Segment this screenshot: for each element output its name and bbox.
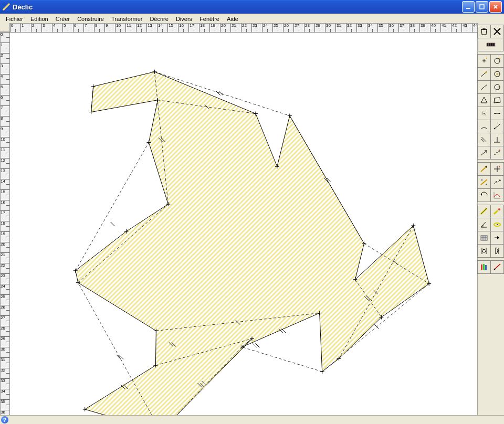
svg-point-114 [499,150,500,151]
reflect-icon[interactable] [477,175,491,189]
svg-point-116 [481,179,482,181]
help-icon[interactable]: ? [1,416,8,423]
svg-point-111 [495,113,496,114]
dash-mark-icon[interactable] [490,146,504,160]
statusbar: ? [0,415,504,424]
window-buttons [462,0,502,14]
svg-point-112 [499,113,500,114]
ruler-horizontal: 0123456789101112131415161718192021222324… [9,23,478,33]
arrow-construct-icon[interactable] [490,231,504,245]
svg-rect-121 [481,236,487,240]
circle-icon[interactable] [490,80,504,94]
app-icon [2,3,10,11]
ruler-vertical: 0123456789101112131415161718192021222324… [0,31,10,416]
titlebar: Déclic [0,0,504,14]
svg-point-108 [495,84,500,90]
midpoint-icon[interactable] [477,107,491,120]
svg-point-110 [484,113,485,114]
svg-point-125 [494,269,496,270]
menu-aide[interactable]: Aide [223,15,242,23]
workarea: 0123456789101112131415161718192021222324… [0,23,478,416]
tool-palette [477,23,504,416]
minimize-button[interactable] [462,1,475,13]
books-icon[interactable] [477,260,491,274]
svg-line-11 [242,347,322,372]
circle-dot-icon[interactable] [490,67,504,81]
graph-curve-icon[interactable] [490,188,504,202]
point-icon[interactable] [477,54,491,68]
curve-brackets-icon[interactable] [477,244,491,258]
brace-icon[interactable] [490,244,504,258]
rotate-axis-icon[interactable] [490,162,504,176]
svg-line-35 [111,222,115,226]
delete-x-icon[interactable] [490,25,504,38]
highlight-red-icon[interactable] [490,205,504,218]
polygon-icon[interactable] [490,93,504,107]
parallel-icon[interactable] [477,133,491,146]
circle-point-icon[interactable] [490,54,504,68]
arc-icon[interactable] [477,120,491,133]
drawing-canvas[interactable] [9,32,478,416]
svg-point-113 [494,128,496,130]
svg-rect-122 [481,264,482,270]
menu-creer[interactable]: Créer [52,15,74,23]
close-button[interactable] [489,1,502,13]
triangle-icon[interactable] [477,93,491,107]
menu-edition[interactable]: Edition [27,15,52,23]
menu-decrire[interactable]: Décrire [146,15,172,23]
menu-fichier[interactable]: Fichier [2,15,27,23]
measure-icon[interactable] [490,218,504,231]
maximize-button[interactable] [476,1,488,13]
svg-point-105 [485,72,487,73]
grid-icon[interactable] [478,38,504,51]
translate-icon[interactable] [477,162,491,176]
intersection-icon[interactable] [490,107,504,120]
menu-transformer[interactable]: Transformer [108,15,146,23]
svg-point-118 [498,208,500,210]
highlight-yellow-icon[interactable] [477,205,491,218]
svg-rect-3 [480,5,484,9]
menu-fenetre[interactable]: Fenêtre [196,15,223,23]
svg-rect-123 [483,264,485,270]
segment-icon[interactable] [477,80,491,94]
svg-point-115 [499,166,500,167]
svg-rect-2 [466,8,470,9]
ray-segment-icon[interactable] [490,120,504,133]
vector-icon[interactable] [477,146,491,160]
trash-icon[interactable] [477,25,491,38]
svg-point-117 [486,184,487,185]
svg-point-102 [486,58,487,59]
angle-mark-icon[interactable] [477,218,491,231]
perpendicular-icon[interactable] [490,133,504,146]
svg-point-107 [497,73,498,75]
window-title: Déclic [13,3,33,11]
menu-divers[interactable]: Divers [172,15,196,23]
svg-rect-124 [485,265,487,270]
svg-point-104 [499,58,500,59]
menu-construire[interactable]: Construire [74,15,108,23]
svg-point-103 [495,58,500,63]
ray-icon[interactable] [490,260,504,274]
segment-dot-icon[interactable] [477,67,491,81]
svg-point-1 [3,9,5,10]
box-construct-icon[interactable] [477,231,491,245]
translate-arrows-icon[interactable] [490,175,504,189]
svg-point-120 [497,224,498,225]
svg-marker-6 [76,72,429,415]
half-turn-icon[interactable] [477,188,491,202]
svg-line-28 [374,324,379,328]
